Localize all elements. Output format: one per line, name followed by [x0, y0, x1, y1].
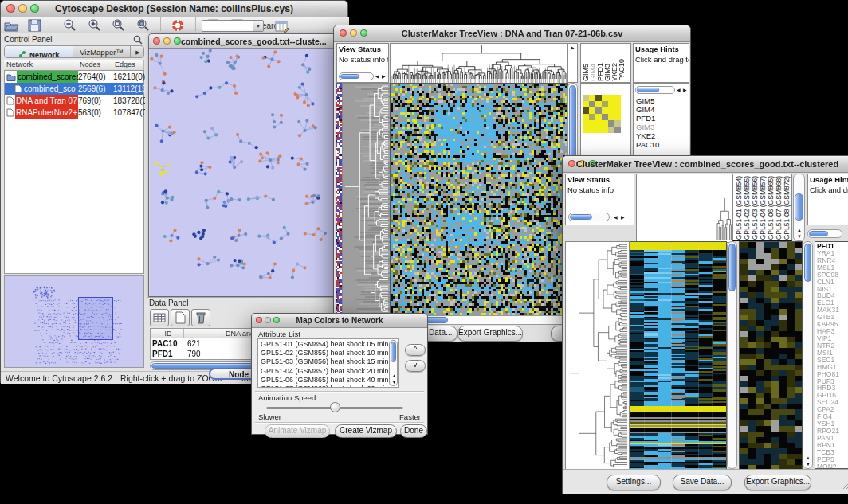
matrix-cell[interactable] [583, 114, 589, 120]
matrix-cell[interactable] [614, 101, 621, 107]
matrix-cell[interactable] [583, 127, 589, 133]
gene-label[interactable]: PFD1 [636, 114, 659, 123]
row-dendrogram-canvas[interactable] [565, 241, 630, 471]
animate-vizmap-button[interactable]: Animate Vizmap [265, 424, 330, 438]
column-label[interactable]: GPL51-03 (GSM856) [751, 176, 759, 240]
column-label[interactable]: GPL51-07 (GSM868) [775, 176, 783, 240]
header-network[interactable]: Network [4, 60, 77, 70]
scroll-right-icon[interactable]: ▶ [382, 74, 386, 79]
matrix-cell[interactable] [595, 120, 602, 127]
tab-network[interactable]: Network [5, 46, 73, 58]
treeview2-titlebar[interactable]: ClusterMaker TreeView : combined_scores_… [563, 156, 848, 173]
minimize-button[interactable] [163, 37, 171, 45]
help-lifering-icon[interactable] [170, 18, 187, 33]
table-edit-icon[interactable] [273, 18, 291, 34]
heatmap-canvas[interactable] [630, 241, 727, 471]
zoom-heatmap-canvas[interactable] [739, 241, 803, 471]
matrix-column-label[interactable]: PAC10 [618, 59, 626, 81]
matrix-cell[interactable] [608, 127, 614, 133]
column-label[interactable]: GPL51-01 (GSM854) [735, 176, 743, 240]
scroll-down-icon[interactable]: ▼ [797, 234, 802, 239]
matrix-cell[interactable] [595, 95, 602, 101]
search-input[interactable]: ▼ [202, 20, 264, 32]
scroll-left-icon[interactable]: ◀ [614, 215, 618, 220]
scroll-up-icon[interactable]: ▶ [571, 45, 575, 50]
scroll-up-icon[interactable]: ▲ [392, 373, 397, 378]
gene-label[interactable]: GIM5 [636, 96, 659, 105]
save-icon[interactable] [26, 18, 44, 33]
scroll-left-icon[interactable]: ◀ [677, 88, 681, 92]
settings-button[interactable]: Settings... [607, 475, 661, 490]
matrix-cell[interactable] [614, 127, 621, 133]
matrix-cell[interactable] [608, 114, 614, 120]
gene-label[interactable]: PAC10 [636, 140, 659, 149]
matrix-cell[interactable] [614, 95, 621, 101]
correlation-matrix[interactable] [583, 95, 621, 133]
header-nodes[interactable]: Nodes [77, 60, 112, 70]
matrix-cell[interactable] [608, 107, 614, 114]
new-attribute-icon[interactable] [171, 309, 190, 326]
attribute-list-item[interactable]: GPL51-07 (GSM868) heat shock 60 min [258, 385, 389, 388]
frame-titlebar[interactable]: combined_scores_good.txt--cluste... [149, 34, 348, 49]
scroll-right-icon[interactable]: ▶ [621, 215, 625, 220]
matrix-cell[interactable] [583, 101, 589, 107]
column-label[interactable]: GPL51-02 (GSM855) [743, 176, 751, 240]
matrix-cell[interactable] [602, 95, 608, 101]
header-id[interactable]: ID [151, 329, 184, 338]
matrix-cell[interactable] [589, 114, 595, 120]
tab-vizmapper[interactable]: VizMapper™ [73, 46, 131, 58]
zoom-fit-icon[interactable] [135, 18, 152, 33]
export-graphics-button[interactable]: Export Graphics... [457, 326, 523, 342]
scroll-down-icon[interactable]: ▼ [806, 462, 811, 467]
scroll-up-icon[interactable]: ▲ [806, 455, 811, 460]
heatmap-canvas[interactable] [390, 83, 568, 315]
header-edges[interactable]: Edges [112, 60, 144, 70]
network-row-rnapuber[interactable]: RNAPuberNov2+ 563(0) 107847(0) [5, 107, 143, 119]
row-value[interactable]: 790 [187, 350, 201, 358]
speed-slider-thumb[interactable] [330, 402, 340, 412]
row-value[interactable]: 621 [187, 339, 201, 348]
gene-label[interactable]: GIM4 [636, 105, 659, 114]
matrix-cell[interactable] [595, 107, 602, 114]
search-dropdown-arrow-icon[interactable]: ▼ [253, 21, 263, 31]
attribute-listbox[interactable]: GPL51-01 (GSM854) heat shock 05 minGPL51… [257, 338, 399, 388]
view-status-hscrollbar[interactable] [339, 72, 374, 80]
matrix-cell[interactable] [608, 95, 614, 101]
matrix-cell[interactable] [608, 101, 614, 107]
gene-label[interactable]: GIM3 [636, 123, 659, 131]
attribute-select-icon[interactable] [150, 309, 169, 326]
attribute-list-item[interactable]: GPL51-03 (GSM856) heat shock 15 min [258, 357, 389, 366]
resize-grip[interactable] [842, 479, 848, 493]
matrix-cell[interactable] [608, 120, 614, 127]
matrix-cell[interactable] [595, 114, 602, 120]
matrix-cell[interactable] [583, 95, 589, 101]
done-button[interactable]: Done [400, 424, 427, 438]
column-label[interactable]: GPL51-06 (GSM865) [767, 176, 775, 240]
zoom-out-icon[interactable] [61, 18, 79, 33]
heatmap-vscrollbar[interactable] [727, 241, 737, 469]
usage-hints-hscrollbar[interactable] [807, 229, 842, 238]
move-down-button[interactable]: v [405, 360, 426, 372]
save-data-button[interactable]: Save Data... [673, 475, 732, 490]
attribute-list-item[interactable]: GPL51-01 (GSM854) heat shock 05 min [258, 340, 389, 349]
tab-overflow-arrow[interactable]: ▶ [131, 46, 144, 58]
matrix-cell[interactable] [602, 120, 608, 127]
dialog-titlebar[interactable]: Map Colors to Network [252, 314, 427, 328]
network-row-dna-tran[interactable]: DNA and Tran 07 769(0) 183728(0) [5, 95, 143, 107]
attribute-list-item[interactable]: GPL51-06 (GSM865) heat shock 40 min [258, 376, 389, 385]
matrix-cell[interactable] [589, 127, 595, 133]
zoom-button[interactable] [174, 37, 181, 45]
matrix-cell[interactable] [602, 107, 608, 114]
open-file-icon[interactable] [2, 18, 20, 33]
attribute-list-item[interactable]: GPL51-04 (GSM857) heat shock 20 min [258, 367, 389, 376]
move-up-button[interactable]: ^ [405, 344, 426, 356]
attribute-list-item[interactable]: GPL51-02 (GSM855) heat shock 10 min [258, 349, 389, 357]
network-view-canvas[interactable] [150, 49, 347, 296]
column-dendrogram-canvas[interactable] [390, 43, 568, 84]
matrix-cell[interactable] [614, 114, 621, 120]
export-graphics-button[interactable]: Export Graphics... [744, 475, 811, 490]
delete-attribute-icon[interactable] [191, 309, 210, 326]
matrix-cell[interactable] [602, 114, 608, 120]
scroll-up-icon[interactable]: ▲ [797, 228, 802, 232]
matrix-cell[interactable] [602, 101, 608, 107]
